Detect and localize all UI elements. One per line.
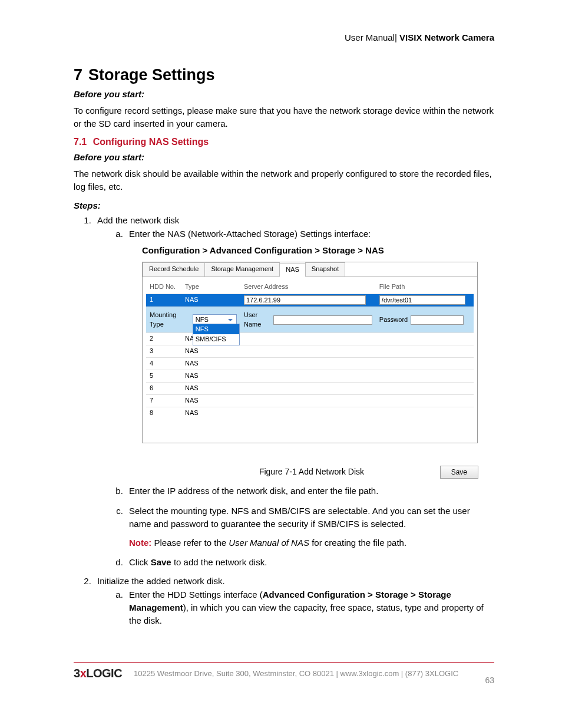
step-1c: Select the mounting type. NFS and SMB/CI… [125,505,494,549]
tab-nas[interactable]: NAS [279,263,306,277]
before-you-start-1: Before you start: [74,88,494,101]
page-number: 63 [485,676,494,685]
step-1d: Click Save to add the network disk. [125,556,494,569]
step-1a: Enter the NAS (Network-Attached Storage)… [125,228,494,477]
header-right: VISIX Network Camera [399,32,494,42]
step-2-text: Initialize the added network disk. [97,576,225,586]
cell-no: 7 [146,395,181,407]
tab-storage-management[interactable]: Storage Management [204,262,280,276]
cell-no: 4 [146,358,181,370]
col-hdd-no: HDD No. [146,281,181,294]
save-button[interactable]: Save [440,466,478,479]
config-breadcrumb: Configuration > Advanced Configuration >… [142,244,494,257]
password-label: Password [379,315,408,325]
cell-type: NAS [181,383,240,395]
step-1d-bold: Save [151,557,171,567]
section-number: 7.1 [74,137,87,147]
footer-address: 10225 Westmoor Drive, Suite 300, Westmin… [134,669,458,678]
cell-no: 5 [146,370,181,383]
step-1c-text: Select the mounting type. NFS and SMB/CI… [129,506,470,529]
table-row[interactable]: 6 NAS [146,383,474,395]
table-row[interactable]: 1 NAS [146,294,474,307]
cell-type: NAS [181,294,240,307]
nas-settings-screenshot: Record Schedule Storage Management NAS S… [142,262,478,443]
cell-no: 1 [146,294,181,307]
file-path-input[interactable] [379,295,465,305]
mounting-row: Mounting Type NFS [146,307,474,333]
chapter-number: 7 [74,66,82,84]
cell-type: NAS [181,358,240,370]
step-2: Initialize the added network disk. Enter… [94,576,494,627]
intro-paragraph: To configure record settings, please mak… [74,104,494,130]
section-text: Configuring NAS Settings [93,137,209,147]
section-title: 7.1 Configuring NAS Settings [74,137,494,147]
cell-type: NAS [181,407,240,419]
password-input[interactable] [411,315,464,325]
note-pre: Please refer to the [151,538,229,548]
cell-no: 2 [146,333,181,345]
username-input[interactable] [273,315,372,325]
step-1d-pre: Click [129,557,151,567]
steps-label: Steps: [74,199,494,212]
brand-pre: 3 [74,667,80,680]
page-header: User Manual| VISIX Network Camera [74,32,494,42]
step-1-text: Add the network disk [97,215,179,225]
tab-snapshot[interactable]: Snapshot [305,262,345,276]
option-smb-cifs[interactable]: SMB/CIFS [193,334,239,345]
step-1: Add the network disk Enter the NAS (Netw… [94,215,494,569]
cell-no: 8 [146,407,181,419]
col-type: Type [181,281,240,294]
table-row[interactable]: 3 NAS [146,345,474,358]
footer: 3xLOGIC 10225 Westmoor Drive, Suite 300,… [74,662,494,680]
step-1d-post: to add the network disk. [171,557,267,567]
cell-type: NAS [181,345,240,358]
mounting-type-select[interactable]: NFS NFS [193,314,237,326]
tab-record-schedule[interactable]: Record Schedule [143,262,205,276]
step-1a-text: Enter the NAS (Network-Attached Storage)… [129,229,371,239]
cell-type: NAS [181,370,240,383]
col-file-path: File Path [376,281,474,294]
cell-no: 6 [146,383,181,395]
mounting-type-dropdown[interactable]: NFS SMB/CIFS [193,324,240,346]
step-1b: Enter the IP address of the network disk… [125,485,494,498]
brand-logo: 3xLOGIC [74,667,122,680]
intro2-paragraph: The network disk should be available wit… [74,167,494,193]
mounting-type-label: Mounting Type [150,311,190,330]
before-you-start-2: Before you start: [74,151,494,164]
chapter-text: Storage Settings [88,66,215,84]
step-2a: Enter the HDD Settings interface (Advanc… [125,588,494,627]
chevron-down-icon [227,317,234,324]
header-left: User Manual| [345,32,397,42]
note-label: Note: [129,538,151,548]
username-label: User Name [244,311,270,330]
cell-no: 3 [146,345,181,358]
tab-bar: Record Schedule Storage Management NAS S… [143,262,477,277]
note-post: for creating the file path. [309,538,406,548]
option-nfs[interactable]: NFS [193,324,239,335]
table-row[interactable]: 4 NAS [146,358,474,370]
col-server-address: Server Address [240,281,376,294]
brand-x: x [80,667,87,680]
step-2a-pre: Enter the HDD Settings interface ( [129,589,263,599]
table-row[interactable]: 5 NAS [146,370,474,383]
cell-type: NAS [181,395,240,407]
server-address-input[interactable] [244,295,366,305]
brand-post: LOGIC [86,667,122,680]
chapter-title: 7 Storage Settings [74,66,494,84]
table-row[interactable]: 8 NAS [146,407,474,419]
note-italic: User Manual of NAS [229,538,309,548]
nas-table: HDD No. Type Server Address File Path 1 [146,281,474,419]
table-row[interactable]: 7 NAS [146,395,474,407]
